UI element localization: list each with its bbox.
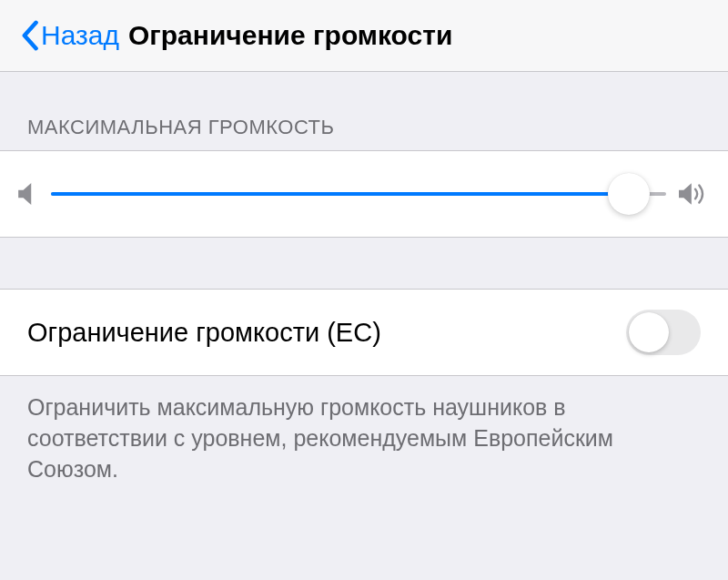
eu-limit-label: Ограничение громкости (ЕС) [27, 318, 381, 348]
speaker-high-icon [679, 181, 710, 207]
chevron-left-icon [20, 20, 39, 51]
back-button[interactable]: Назад [20, 20, 119, 51]
slider-bar [51, 192, 666, 196]
volume-slider-row [0, 150, 728, 238]
nav-header: Назад Ограничение громкости [0, 0, 728, 72]
section-header-max-volume: МАКСИМАЛЬНАЯ ГРОМКОСТЬ [0, 72, 728, 150]
speaker-low-icon [18, 182, 38, 206]
slider-thumb[interactable] [608, 173, 650, 215]
toggle-knob [629, 312, 669, 352]
page-title: Ограничение громкости [128, 20, 452, 51]
back-label: Назад [41, 20, 119, 51]
footer-description: Ограничить максимальную громкость наушни… [0, 376, 728, 501]
slider-fill [51, 192, 629, 196]
eu-limit-row: Ограничение громкости (ЕС) [0, 289, 728, 376]
eu-limit-toggle[interactable] [626, 310, 701, 355]
volume-slider[interactable] [51, 173, 666, 215]
